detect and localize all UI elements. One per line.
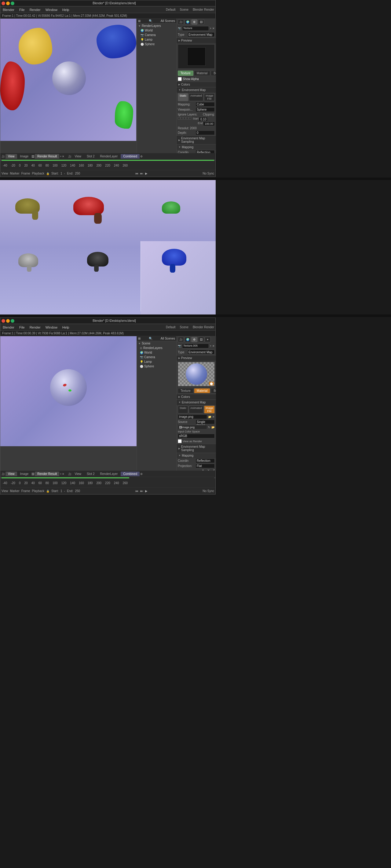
view-tab-bottom[interactable]: View [5, 472, 17, 476]
image-x-btn[interactable]: ✕ [212, 415, 215, 418]
material-props-btn[interactable]: ⚙ [191, 19, 197, 25]
image-png-field[interactable]: 🖼 image.png [178, 425, 207, 429]
start-value[interactable]: 0.10 [199, 117, 208, 121]
depth-value[interactable]: 0 [195, 130, 215, 135]
image-folder-btn[interactable]: 📂 [211, 426, 215, 429]
scene-item[interactable]: ▼ RenderLayers [137, 24, 176, 28]
layer-5[interactable] [189, 117, 191, 120]
engine-label-bottom[interactable]: Blender Render [193, 326, 214, 329]
image-tab-bottom[interactable]: Image [18, 472, 31, 476]
preview-section-header[interactable]: ▶ Preview [176, 38, 216, 43]
world-props-btn[interactable]: 🌍 [185, 19, 191, 25]
scene-label[interactable]: Scene [180, 8, 189, 11]
maximize-button[interactable] [11, 2, 14, 5]
view-tab-3[interactable]: View [72, 472, 84, 476]
viewport-bottom[interactable] [0, 336, 136, 446]
minimize-button-bottom[interactable] [6, 319, 10, 323]
slot2-tab-b[interactable]: Slot 2 [84, 472, 97, 476]
maximize-button-bottom[interactable] [11, 319, 14, 323]
image-file-btn[interactable]: Image File [204, 93, 215, 101]
layout-label-bottom[interactable]: Default [166, 326, 176, 329]
menu-file[interactable]: File [18, 7, 26, 12]
mapping-value[interactable]: Cube [195, 102, 215, 107]
material-props-btn-b[interactable]: ⚙ [191, 337, 197, 342]
scene-label-bottom[interactable]: Scene [180, 326, 189, 329]
source-value[interactable]: Single Image [195, 420, 215, 424]
colors-section-header-b[interactable]: ▶ Colors [176, 394, 216, 400]
menu-blender-b[interactable]: Blender [2, 325, 15, 330]
preview-orange-btn[interactable]: ⬤ [209, 382, 214, 385]
lamp-item[interactable]: 💡 Lamp [137, 37, 176, 42]
tex-plus-btn[interactable]: + [210, 27, 211, 30]
layer-2[interactable] [181, 117, 183, 120]
plus-icon-b[interactable]: + [60, 472, 61, 475]
search-icon-b[interactable]: 🔍 [149, 337, 153, 340]
show-alpha-checkbox[interactable] [178, 77, 182, 81]
tex-props-btn-b[interactable]: 🖼 [198, 337, 204, 342]
render-result-tab[interactable]: Render Result [35, 154, 59, 159]
image-tab[interactable]: Image [18, 154, 31, 159]
scene-item-b[interactable]: ▼ Scene [137, 341, 176, 346]
end-value[interactable]: 100.00 [203, 122, 215, 126]
image-value[interactable]: image.png [178, 414, 207, 419]
texture-tab[interactable]: Texture [178, 71, 193, 76]
material-tab-b[interactable]: Material [194, 388, 210, 393]
layout-label[interactable]: Default [166, 8, 176, 11]
prev-keyframe-btn[interactable]: ⏮ [135, 172, 138, 175]
material-tab[interactable]: Material [194, 71, 210, 76]
jump-start-btn[interactable]: ⏭ [140, 172, 143, 175]
tex-x-btn[interactable]: ✕ [212, 27, 215, 30]
animated-btn[interactable]: Animated [189, 93, 203, 101]
menu-window[interactable]: Window [44, 7, 59, 12]
render-layers-item-b[interactable]: ⊞ RenderLayers [137, 346, 176, 350]
combined-tab-bottom[interactable]: Combined [121, 472, 140, 476]
menu-blender[interactable]: Blender [2, 7, 15, 12]
particles-btn-b[interactable]: ✦ [205, 337, 211, 342]
view-tab-2[interactable]: View [72, 154, 84, 159]
search-icon[interactable]: 🔍 [149, 19, 153, 23]
projection-value-b[interactable]: Flat [195, 464, 215, 468]
layer-1[interactable] [178, 117, 180, 120]
menu-render[interactable]: Render [28, 7, 42, 12]
texture-name-input-b[interactable]: Texture.005 [182, 344, 209, 348]
static-btn[interactable]: Static [178, 93, 188, 101]
camera-item[interactable]: 📷 Camera [137, 33, 176, 37]
render-result-tab-bottom[interactable]: Render Result [35, 472, 59, 476]
render-layer-tab-b[interactable]: RenderLayer [98, 472, 120, 476]
menu-help-b[interactable]: Help [61, 325, 71, 330]
env-map-section-header-b[interactable]: ▼ Environment Map [176, 400, 216, 405]
color-space-value[interactable]: sRGB [178, 434, 215, 438]
coordin-value[interactable]: Reflection [195, 150, 215, 153]
tex-props-btn[interactable]: 🖼 [198, 19, 204, 25]
viewpoint-dropdown[interactable]: Sphere [195, 107, 215, 112]
sphere-item[interactable]: ⚪ Sphere [137, 42, 176, 46]
type-dropdown-b[interactable]: Environment Map [187, 350, 215, 354]
both-tab[interactable]: Both [211, 71, 216, 76]
world-props-btn-b[interactable]: 🌍 [185, 337, 191, 342]
menu-window-b[interactable]: Window [44, 325, 59, 330]
type-dropdown[interactable]: Environment Map [187, 32, 215, 37]
layer-3[interactable] [183, 117, 186, 120]
env-map-section-header[interactable]: ▼ Environment Map [176, 87, 216, 93]
static-btn-b[interactable]: Static [178, 406, 188, 413]
minimize-button[interactable] [6, 2, 10, 5]
menu-file-b[interactable]: File [18, 325, 26, 330]
both-tab-b[interactable]: Both [211, 388, 216, 393]
jump-start-btn-b[interactable]: ⏭ [140, 489, 143, 493]
menu-help[interactable]: Help [61, 7, 71, 12]
lamp-item-b[interactable]: 💡 Lamp [137, 360, 176, 364]
image-browse-btn[interactable]: 📁 [208, 415, 211, 418]
preview-section-header-b[interactable]: ▶ Preview [176, 355, 216, 361]
plus-icon-1[interactable]: + [60, 155, 61, 158]
render-props-btn-b[interactable]: 🎥 [178, 337, 184, 342]
view-as-render-checkbox[interactable] [178, 439, 182, 443]
sphere-item-b[interactable]: ⚪ Sphere [137, 364, 176, 369]
render-layer-tab[interactable]: RenderLayer [98, 154, 120, 159]
coordin-value-b[interactable]: Reflection [195, 459, 215, 463]
world-item-b[interactable]: 🌍 World [137, 350, 176, 355]
menu-render-b[interactable]: Render [28, 325, 42, 330]
image-reload-btn[interactable]: ↻ [208, 426, 210, 429]
camera-item-b[interactable]: 📷 Camera [137, 355, 176, 360]
colors-section-header[interactable]: ▶ Colors [176, 82, 216, 87]
texture-name-input[interactable]: Texture [182, 26, 209, 31]
